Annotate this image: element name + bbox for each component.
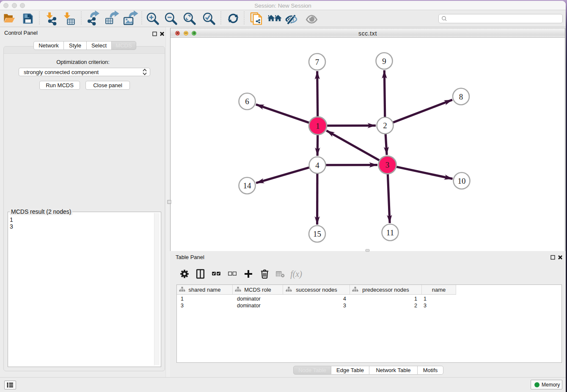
svg-text:4: 4 <box>315 161 319 170</box>
svg-text:9: 9 <box>382 57 386 66</box>
svg-text:3: 3 <box>385 160 390 169</box>
svg-text:10: 10 <box>458 177 466 185</box>
svg-text:15: 15 <box>313 229 321 238</box>
svg-text:8: 8 <box>459 92 463 101</box>
svg-text:1: 1 <box>316 121 320 130</box>
svg-text:f(x): f(x) <box>290 269 302 279</box>
svg-text:14: 14 <box>243 181 252 190</box>
svg-text:6: 6 <box>245 97 249 106</box>
svg-text:7: 7 <box>315 58 319 66</box>
svg-text:2: 2 <box>383 121 387 130</box>
svg-text:11: 11 <box>386 228 394 237</box>
